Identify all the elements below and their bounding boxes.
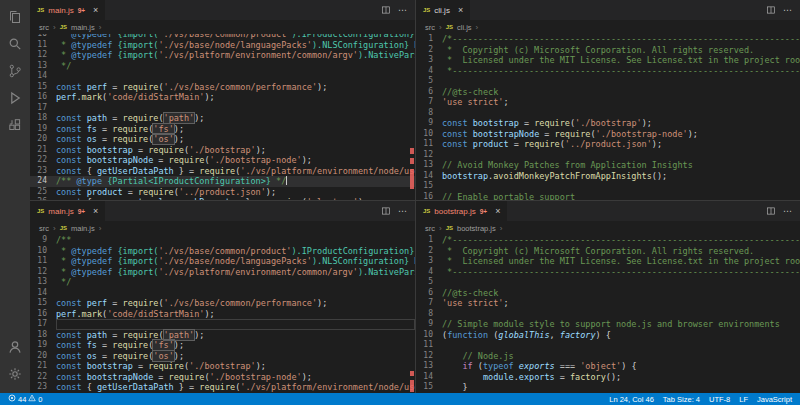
activity-bar-item-accounts[interactable]: [0, 335, 30, 362]
line-content: [442, 277, 800, 288]
activity-bar-item-explorer[interactable]: [0, 5, 30, 32]
code-area[interactable]: 9/**10 * @typedef {import('./vs/base/com…: [30, 235, 415, 393]
close-icon[interactable]: ×: [458, 6, 463, 15]
breadcrumb-folder[interactable]: src: [39, 23, 49, 32]
breadcrumb-file[interactable]: cli.js: [457, 23, 472, 32]
code-line: 1/*-------------------------------------…: [416, 34, 800, 45]
breadcrumb-folder[interactable]: src: [425, 224, 435, 233]
line-content: [442, 76, 800, 87]
line-content: //@ts-check: [442, 288, 800, 299]
more-actions-icon[interactable]: ⋯: [783, 5, 792, 15]
line-content: // Enable portable support: [442, 192, 800, 201]
close-icon[interactable]: ×: [93, 207, 98, 216]
code-line: 14 module.exports = factory();: [416, 372, 800, 383]
code-line: 9const bootstrap = require('./bootstrap'…: [416, 118, 800, 129]
breadcrumb[interactable]: src›JScli.js›: [416, 20, 800, 34]
line-number: 7: [416, 97, 442, 108]
status-eol[interactable]: LF: [739, 395, 748, 404]
workbench: JSmain.js9+×⋯src›JSmain.js›10 * @typedef…: [0, 0, 800, 393]
code-line: 21const bootstrap = require('./bootstrap…: [30, 361, 415, 372]
activity-bar-item-search[interactable]: [0, 32, 30, 59]
more-actions-icon[interactable]: ⋯: [398, 5, 407, 15]
split-editor-icon[interactable]: [381, 206, 391, 216]
code-lines: 1/*-------------------------------------…: [416, 34, 800, 200]
close-icon[interactable]: ×: [495, 207, 500, 216]
breadcrumb[interactable]: src›JSbootstrap.js›: [416, 221, 800, 235]
code-line: 10 * @typedef {import('./vs/base/common/…: [30, 246, 415, 257]
extensions-icon: [7, 117, 23, 137]
tab-bootstrap.js[interactable]: JSbootstrap.js9+×: [416, 201, 508, 221]
code-line: 14: [30, 288, 415, 299]
line-content: const os = require('os');: [56, 134, 415, 145]
problems-indicator[interactable]: 44 0: [8, 394, 43, 404]
js-file-icon: JS: [37, 208, 44, 214]
line-number: 6: [416, 288, 442, 299]
line-content: const path = require('path');: [56, 113, 415, 124]
tab-bar: JSbootstrap.js9+×⋯: [416, 201, 800, 221]
line-number: 25: [30, 187, 56, 198]
line-content: /** @type {Partial<IProductConfiguration…: [56, 176, 415, 187]
status-indentation[interactable]: Tab Size: 4: [663, 395, 700, 404]
line-content: const bootstrap = require('./bootstrap')…: [442, 118, 800, 129]
split-editor-icon[interactable]: [766, 5, 776, 15]
activity-bar-item-settings[interactable]: [0, 362, 30, 389]
debug-icon: [7, 90, 23, 110]
activity-bar-item-source-control[interactable]: [0, 59, 30, 86]
line-number: 9: [416, 118, 442, 129]
line-content: const path = require('path');: [56, 330, 415, 341]
activity-bar-item-run-debug[interactable]: [0, 86, 30, 113]
line-content: /**: [56, 235, 415, 246]
breadcrumb-folder[interactable]: src: [39, 224, 49, 233]
breadcrumb-file[interactable]: main.js: [71, 23, 95, 32]
code-line: 12 * @typedef {import('./vs/platform/env…: [30, 50, 415, 61]
line-number: 21: [30, 361, 56, 372]
line-number: 15: [30, 298, 56, 309]
line-content: [56, 319, 415, 330]
line-number: 14: [416, 171, 442, 182]
line-number: 17: [30, 319, 56, 330]
breadcrumb[interactable]: src›JSmain.js›: [30, 20, 415, 34]
status-cursor-position[interactable]: Ln 24, Col 46: [609, 395, 654, 404]
tab-main.js[interactable]: JSmain.js9+×: [30, 0, 106, 20]
files-icon: [7, 9, 23, 29]
search-icon: [7, 36, 23, 56]
line-content: const perf = require('./vs/base/common/p…: [56, 298, 415, 309]
code-line: 13// Avoid Monkey Patches from Applicati…: [416, 160, 800, 171]
line-content: *---------------------------------------…: [442, 267, 800, 278]
tab-main.js[interactable]: JSmain.js9+×: [30, 201, 106, 221]
line-number: 26: [30, 197, 56, 200]
line-content: if (typeof exports === 'object') {: [442, 361, 800, 372]
line-content: }: [442, 382, 800, 393]
code-line: 9// Simple module style to support node.…: [416, 319, 800, 330]
split-editor-icon[interactable]: [766, 206, 776, 216]
split-editor-icon[interactable]: [381, 5, 391, 15]
line-content: const os = require('os');: [56, 351, 415, 362]
line-content: */: [56, 61, 415, 72]
status-encoding[interactable]: UTF-8: [709, 395, 730, 404]
status-bar: 44 0 Ln 24, Col 46Tab Size: 4UTF-8LFJava…: [0, 393, 800, 405]
close-icon[interactable]: ×: [93, 6, 98, 15]
breadcrumb[interactable]: src›JSmain.js›: [30, 221, 415, 235]
breadcrumb-file[interactable]: main.js: [71, 224, 95, 233]
more-actions-icon[interactable]: ⋯: [783, 206, 792, 216]
line-number: 10: [30, 246, 56, 257]
line-content: * Copyright (c) Microsoft Corporation. A…: [442, 45, 800, 56]
breadcrumb-folder[interactable]: src: [425, 23, 435, 32]
line-number: 15: [416, 181, 442, 192]
breadcrumb-file[interactable]: bootstrap.js: [457, 224, 496, 233]
tab-label: bootstrap.js: [434, 207, 475, 216]
code-line: 8: [416, 309, 800, 320]
code-area[interactable]: 1/*-------------------------------------…: [416, 34, 800, 200]
code-line: 9/**: [30, 235, 415, 246]
more-actions-icon[interactable]: ⋯: [398, 206, 407, 216]
code-line: 15const perf = require('./vs/base/common…: [30, 82, 415, 93]
status-language-mode[interactable]: JavaScript: [757, 395, 792, 404]
code-area[interactable]: 10 * @typedef {import('./vs/base/common/…: [30, 34, 415, 200]
activity-bar-item-extensions[interactable]: [0, 113, 30, 140]
code-area[interactable]: 1/*-------------------------------------…: [416, 235, 800, 393]
tab-cli.js[interactable]: JScli.js×: [416, 0, 471, 20]
line-number: 13: [30, 61, 56, 72]
line-number: 5: [416, 277, 442, 288]
code-line: 26const { app, protocol, crashReporter }…: [30, 197, 415, 200]
line-content: //@ts-check: [442, 87, 800, 98]
